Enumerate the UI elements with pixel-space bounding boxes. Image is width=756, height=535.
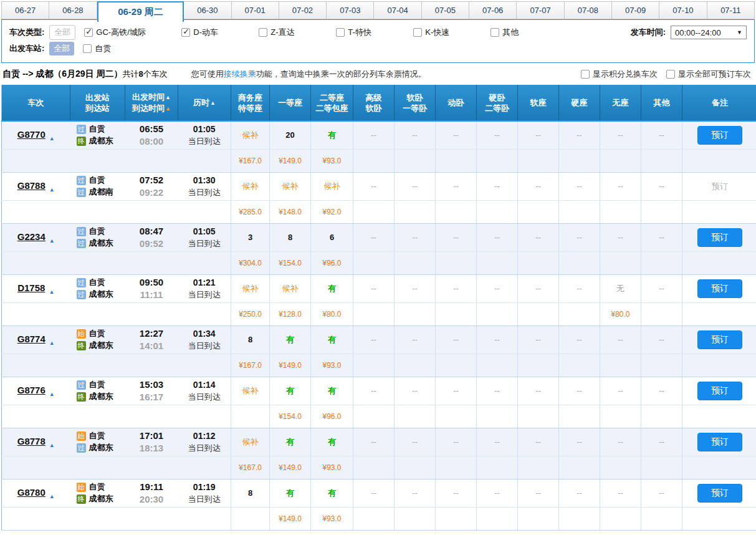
seat-price: ¥93.0 xyxy=(311,456,353,479)
checkbox-icon[interactable] xyxy=(259,28,267,37)
seat-price xyxy=(395,251,436,274)
sort-asc-icon[interactable]: ▲ xyxy=(165,105,171,112)
expand-arrow-icon[interactable]: ▲ xyxy=(49,340,55,346)
seat-price xyxy=(477,251,518,274)
seat-availability: -- xyxy=(477,172,518,200)
seat-availability: -- xyxy=(436,172,477,200)
arrive-time: 18:13 xyxy=(125,442,178,454)
arrive-day: 当日到达 xyxy=(178,442,231,454)
date-tab-07-01[interactable]: 07-01 xyxy=(232,1,279,19)
column-header-历时[interactable]: 历时▲ xyxy=(178,85,231,121)
date-tab-07-10[interactable]: 07-10 xyxy=(659,1,707,19)
column-header-车次[interactable]: 车次 xyxy=(2,85,70,121)
train-type-option-D[interactable]: D-动车 xyxy=(181,27,255,38)
seat-price: ¥80.0 xyxy=(311,302,353,325)
column-header-备注[interactable]: 备注 xyxy=(682,85,756,121)
date-tab-07-04[interactable]: 07-04 xyxy=(374,1,421,19)
date-tab-07-07[interactable]: 07-07 xyxy=(517,1,564,19)
column-header-软卧[interactable]: 软卧一等卧 xyxy=(395,85,436,121)
train-code-link-G2234[interactable]: G2234 xyxy=(17,231,45,242)
station-type-badge: 过 xyxy=(77,188,86,197)
book-button-D1758[interactable]: 预订 xyxy=(697,279,742,298)
train-code-link-G8778[interactable]: G8778 xyxy=(17,436,45,446)
seat-availability: 有 xyxy=(270,479,311,507)
train-code-link-G8770[interactable]: G8770 xyxy=(17,129,45,140)
expand-arrow-icon[interactable]: ▲ xyxy=(49,442,55,448)
column-header-动卧[interactable]: 动卧 xyxy=(436,85,477,121)
seat-price: ¥148.0 xyxy=(270,200,311,223)
column-header-出发时间[interactable]: 出发时间▲到达时间▲ xyxy=(125,85,178,121)
book-button-G8778[interactable]: 预订 xyxy=(697,433,742,451)
book-button-G2234[interactable]: 预订 xyxy=(697,228,742,247)
date-tab-06-30[interactable]: 06-30 xyxy=(184,1,231,19)
sort-asc-icon[interactable]: ▲ xyxy=(165,94,171,100)
book-button-G8780[interactable]: 预订 xyxy=(697,484,742,503)
checkbox-icon[interactable] xyxy=(336,28,345,37)
date-tab-07-02[interactable]: 07-02 xyxy=(279,1,327,19)
depart-time: 15:03 xyxy=(125,378,178,391)
checkbox-icon[interactable] xyxy=(83,44,92,53)
transfer-link[interactable]: 接续换乘 xyxy=(224,69,256,79)
seat-availability: 有 xyxy=(311,121,353,149)
sort-asc-icon[interactable]: ▲ xyxy=(210,100,216,106)
checkbox-icon[interactable] xyxy=(84,28,93,37)
date-tab-07-03[interactable]: 07-03 xyxy=(327,1,374,19)
expand-arrow-icon[interactable]: ▲ xyxy=(49,289,54,295)
column-header-出发站[interactable]: 出发站到达站 xyxy=(70,85,125,121)
column-header-高级[interactable]: 高级软卧 xyxy=(353,85,395,121)
seat-price xyxy=(559,405,600,428)
column-header-商务座[interactable]: 商务座特等座 xyxy=(231,85,270,121)
train-type-option-K[interactable]: K-快速 xyxy=(413,27,487,38)
train-code-link-D1758[interactable]: D1758 xyxy=(17,282,45,293)
expand-arrow-icon[interactable]: ▲ xyxy=(49,238,55,244)
date-tab-07-05[interactable]: 07-05 xyxy=(422,1,469,19)
train-row-G8776: G8776▲过自贡终成都东15:0316:1701:14当日到达候补有有----… xyxy=(2,377,756,405)
checkbox-icon[interactable] xyxy=(490,28,499,37)
depart-station-all-button[interactable]: 全部 xyxy=(49,42,74,55)
book-button-G8770[interactable]: 预订 xyxy=(697,126,742,145)
toggle-all-bookable[interactable]: 显示全部可预订车次 xyxy=(666,69,751,80)
checkbox-icon[interactable] xyxy=(413,28,422,37)
date-tab-06-28[interactable]: 06-28 xyxy=(49,1,97,19)
column-header-一等座[interactable]: 一等座 xyxy=(270,85,311,121)
date-tab-06-29[interactable]: 06-29 周二 xyxy=(97,1,184,22)
checkbox-icon[interactable] xyxy=(581,70,590,79)
expand-arrow-icon[interactable]: ▲ xyxy=(49,391,55,397)
column-header-硬座[interactable]: 硬座 xyxy=(559,85,600,121)
train-code-link-G8780[interactable]: G8780 xyxy=(17,487,45,498)
book-button-G8774[interactable]: 预订 xyxy=(697,330,742,349)
train-type-option-其他[interactable]: 其他 xyxy=(490,27,564,38)
depart-time-select[interactable]: 00:00--24:00 ▼ xyxy=(671,26,747,39)
date-tab-07-06[interactable]: 07-06 xyxy=(469,1,517,19)
train-type-all-button[interactable]: 全部 xyxy=(49,25,75,40)
column-header-其他[interactable]: 其他 xyxy=(641,85,682,121)
expand-arrow-icon[interactable]: ▲ xyxy=(49,135,55,142)
book-button-G8776[interactable]: 预订 xyxy=(697,382,742,400)
date-tab-07-08[interactable]: 07-08 xyxy=(565,1,612,19)
checkbox-icon[interactable] xyxy=(181,28,190,37)
price-row-G8788: ¥285.0¥148.0¥92.0 xyxy=(2,200,756,223)
seat-price xyxy=(518,200,559,223)
column-header-硬卧[interactable]: 硬卧二等卧 xyxy=(477,85,518,121)
train-code-link-G8788[interactable]: G8788 xyxy=(17,180,45,191)
toggle-points-exchange[interactable]: 显示积分兑换车次 xyxy=(581,69,658,80)
date-tab-06-27[interactable]: 06-27 xyxy=(1,1,49,19)
date-tab-07-09[interactable]: 07-09 xyxy=(612,1,659,19)
expand-arrow-icon[interactable]: ▲ xyxy=(49,186,55,193)
checkbox-icon[interactable] xyxy=(666,70,675,79)
departure-station: 始自贡 xyxy=(77,430,125,442)
column-header-二等座[interactable]: 二等座二等包座 xyxy=(311,85,353,121)
seat-availability: -- xyxy=(477,377,518,405)
train-type-option-Z[interactable]: Z-直达 xyxy=(259,27,332,38)
column-header-无座[interactable]: 无座 xyxy=(600,85,641,121)
expand-arrow-icon[interactable]: ▲ xyxy=(49,493,55,499)
train-type-option-GC[interactable]: GC-高铁/城际 xyxy=(84,27,178,38)
train-code-link-G8774[interactable]: G8774 xyxy=(17,334,45,344)
train-type-option-T[interactable]: T-特快 xyxy=(336,27,409,38)
depart-station-option-自贡[interactable]: 自贡 xyxy=(83,43,111,54)
date-tab-07-11[interactable]: 07-11 xyxy=(707,1,755,19)
column-header-软座[interactable]: 软座 xyxy=(518,85,559,121)
train-code-link-G8776[interactable]: G8776 xyxy=(17,385,45,395)
duration: 01:12 xyxy=(178,430,231,442)
seat-availability: 候补 xyxy=(231,377,270,405)
